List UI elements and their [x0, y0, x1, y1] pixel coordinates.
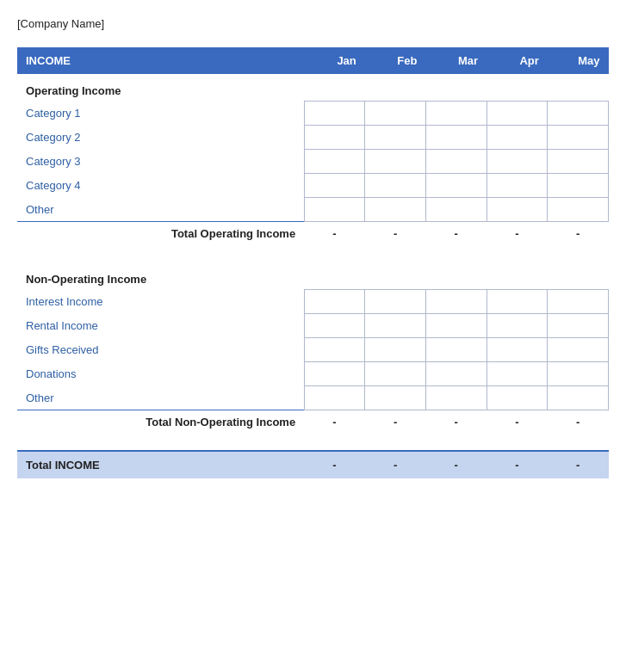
total-operating-row: Total Operating Income - - - - - — [17, 222, 609, 246]
gifts-received-feb[interactable] — [365, 338, 426, 362]
gifts-received-apr[interactable] — [487, 338, 548, 362]
income-header-label: INCOME — [17, 47, 304, 74]
table-row: Category 2 — [17, 126, 609, 150]
interest-income-feb[interactable] — [365, 290, 426, 314]
total-non-operating-row: Total Non-Operating Income - - - - - — [17, 410, 609, 435]
header-apr: Apr — [487, 47, 548, 74]
non-operating-income-label: Non-Operating Income — [17, 262, 609, 290]
interest-income-apr[interactable] — [487, 290, 548, 314]
header-jan: Jan — [304, 47, 365, 74]
category-4-apr[interactable] — [487, 174, 548, 198]
category-4-label: Category 4 — [17, 174, 304, 198]
header-mar: Mar — [425, 47, 487, 74]
category-4-may[interactable] — [548, 174, 609, 198]
category-1-label: Category 1 — [17, 102, 304, 126]
total-operating-jan: - — [304, 222, 365, 246]
table-row: Rental Income — [17, 314, 609, 338]
category-3-may[interactable] — [548, 150, 609, 174]
table-row: Category 1 — [17, 102, 609, 126]
total-non-operating-may: - — [548, 410, 609, 435]
non-operating-other-apr[interactable] — [487, 386, 548, 410]
table-row: Gifts Received — [17, 338, 609, 362]
total-non-operating-feb: - — [365, 410, 426, 435]
category-1-mar[interactable] — [425, 102, 487, 126]
non-operating-other-may[interactable] — [548, 386, 609, 410]
grand-total-jan: - — [304, 451, 365, 478]
table-header-row: INCOME Jan Feb Mar Apr May — [17, 47, 609, 74]
operating-other-apr[interactable] — [487, 198, 548, 222]
donations-may[interactable] — [548, 362, 609, 386]
rental-income-mar[interactable] — [425, 314, 487, 338]
category-1-apr[interactable] — [487, 102, 548, 126]
category-1-feb[interactable] — [365, 102, 426, 126]
operating-other-label: Other — [17, 198, 304, 222]
interest-income-mar[interactable] — [425, 290, 487, 314]
gifts-received-may[interactable] — [548, 338, 609, 362]
category-3-apr[interactable] — [487, 150, 548, 174]
category-4-feb[interactable] — [365, 174, 426, 198]
income-table: INCOME Jan Feb Mar Apr May Operating Inc… — [17, 47, 609, 478]
operating-other-may[interactable] — [548, 198, 609, 222]
total-non-operating-label: Total Non-Operating Income — [17, 410, 304, 435]
category-2-feb[interactable] — [365, 126, 426, 150]
rental-income-apr[interactable] — [487, 314, 548, 338]
operating-income-label: Operating Income — [17, 74, 609, 102]
grand-total-mar: - — [425, 451, 487, 478]
rental-income-feb[interactable] — [365, 314, 426, 338]
donations-apr[interactable] — [487, 362, 548, 386]
company-name: [Company Name] — [17, 17, 609, 30]
non-operating-other-jan[interactable] — [304, 386, 365, 410]
gifts-received-jan[interactable] — [304, 338, 365, 362]
grand-total-feb: - — [365, 451, 426, 478]
category-1-jan[interactable] — [304, 102, 365, 126]
non-operating-other-feb[interactable] — [365, 386, 426, 410]
donations-jan[interactable] — [304, 362, 365, 386]
table-row: Other — [17, 198, 609, 222]
category-2-mar[interactable] — [425, 126, 487, 150]
gifts-received-mar[interactable] — [425, 338, 487, 362]
rental-income-label: Rental Income — [17, 314, 304, 338]
category-4-jan[interactable] — [304, 174, 365, 198]
total-non-operating-mar: - — [425, 410, 487, 435]
operating-other-mar[interactable] — [425, 198, 487, 222]
gifts-received-label: Gifts Received — [17, 338, 304, 362]
table-row: Interest Income — [17, 290, 609, 314]
operating-other-jan[interactable] — [304, 198, 365, 222]
rental-income-may[interactable] — [548, 314, 609, 338]
total-non-operating-jan: - — [304, 410, 365, 435]
header-may: May — [548, 47, 609, 74]
spacer — [17, 245, 609, 262]
interest-income-jan[interactable] — [304, 290, 365, 314]
header-feb: Feb — [365, 47, 426, 74]
total-non-operating-apr: - — [487, 410, 548, 435]
table-row: Donations — [17, 362, 609, 386]
rental-income-jan[interactable] — [304, 314, 365, 338]
total-operating-mar: - — [425, 222, 487, 246]
category-2-may[interactable] — [548, 126, 609, 150]
total-operating-may: - — [548, 222, 609, 246]
category-1-may[interactable] — [548, 102, 609, 126]
operating-other-feb[interactable] — [365, 198, 426, 222]
grand-total-may: - — [548, 451, 609, 478]
category-3-mar[interactable] — [425, 150, 487, 174]
spacer-2 — [17, 434, 609, 451]
category-2-jan[interactable] — [304, 126, 365, 150]
donations-mar[interactable] — [425, 362, 487, 386]
category-3-label: Category 3 — [17, 150, 304, 174]
category-2-label: Category 2 — [17, 126, 304, 150]
non-operating-other-mar[interactable] — [425, 386, 487, 410]
operating-income-header: Operating Income — [17, 74, 609, 102]
category-3-jan[interactable] — [304, 150, 365, 174]
total-operating-apr: - — [487, 222, 548, 246]
non-operating-income-header: Non-Operating Income — [17, 262, 609, 290]
non-operating-other-label: Other — [17, 386, 304, 410]
donations-feb[interactable] — [365, 362, 426, 386]
grand-total-row: Total INCOME - - - - - — [17, 451, 609, 478]
category-3-feb[interactable] — [365, 150, 426, 174]
grand-total-apr: - — [487, 451, 548, 478]
category-2-apr[interactable] — [487, 126, 548, 150]
grand-total-label: Total INCOME — [17, 451, 304, 478]
donations-label: Donations — [17, 362, 304, 386]
category-4-mar[interactable] — [425, 174, 487, 198]
interest-income-may[interactable] — [548, 290, 609, 314]
